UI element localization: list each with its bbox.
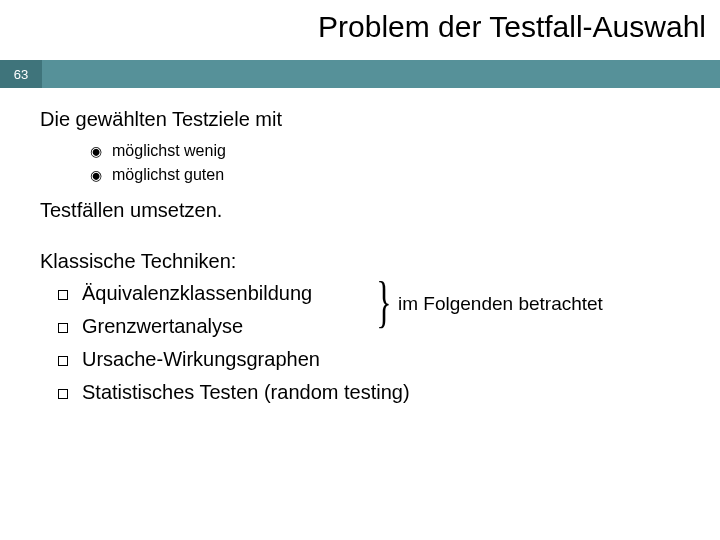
technique-row-group: Äquivalenzklassenbildung Grenzwertanalys… <box>58 277 690 343</box>
technique-list: Äquivalenzklassenbildung Grenzwertanalys… <box>58 277 690 409</box>
sub-item-label: möglichst wenig <box>112 139 226 163</box>
technique-label: Ursache-Wirkungsgraphen <box>82 343 320 376</box>
square-bullet-icon <box>58 356 68 366</box>
curly-brace-icon: } <box>376 273 391 331</box>
square-bullet-icon <box>58 290 68 300</box>
slide-number: 63 <box>0 60 42 88</box>
bullet-icon: ◉ <box>90 165 102 186</box>
section-heading: Klassische Techniken: <box>40 250 690 273</box>
square-bullet-icon <box>58 389 68 399</box>
list-item: ◉ möglichst guten <box>90 163 690 187</box>
intro-line-2: Testfällen umsetzen. <box>40 197 690 224</box>
square-bullet-icon <box>58 323 68 333</box>
goal-sublist: ◉ möglichst wenig ◉ möglichst guten <box>90 139 690 187</box>
technique-label: Grenzwertanalyse <box>82 310 243 343</box>
list-item: Statistisches Testen (random testing) <box>58 376 690 409</box>
annotation-text: im Folgenden betrachtet <box>398 293 603 315</box>
sub-item-label: möglichst guten <box>112 163 224 187</box>
intro-line-1: Die gewählten Testziele mit <box>40 106 690 133</box>
technique-label: Statistisches Testen (random testing) <box>82 376 410 409</box>
slide-content: Die gewählten Testziele mit ◉ möglichst … <box>40 100 690 409</box>
slide-title: Problem der Testfall-Auswahl <box>318 10 706 44</box>
slide-number-bar: 63 <box>0 60 720 88</box>
technique-label: Äquivalenzklassenbildung <box>82 277 312 310</box>
list-item: Ursache-Wirkungsgraphen <box>58 343 690 376</box>
bullet-icon: ◉ <box>90 141 102 162</box>
list-item: ◉ möglichst wenig <box>90 139 690 163</box>
